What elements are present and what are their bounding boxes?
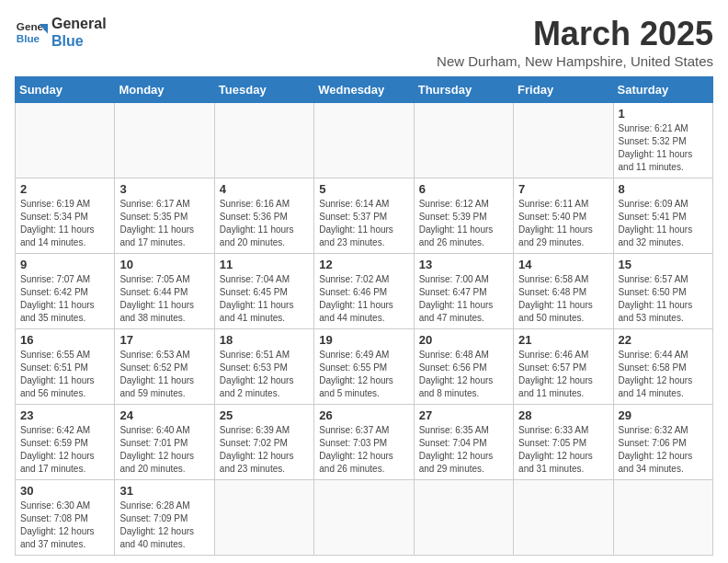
day-info: Sunrise: 6:16 AM Sunset: 5:36 PM Dayligh…: [220, 198, 309, 249]
day-info: Sunrise: 6:48 AM Sunset: 6:56 PM Dayligh…: [419, 349, 508, 400]
day-cell: 12Sunrise: 7:02 AM Sunset: 6:46 PM Dayli…: [314, 254, 414, 329]
day-info: Sunrise: 6:55 AM Sunset: 6:51 PM Dayligh…: [20, 349, 109, 400]
logo-blue: Blue: [51, 32, 107, 50]
day-number: 25: [220, 408, 309, 422]
day-number: 15: [619, 258, 708, 271]
day-cell: 31Sunrise: 6:28 AM Sunset: 7:09 PM Dayli…: [115, 480, 214, 556]
day-info: Sunrise: 6:33 AM Sunset: 7:05 PM Dayligh…: [518, 424, 608, 476]
day-info: Sunrise: 6:40 AM Sunset: 7:01 PM Dayligh…: [119, 424, 209, 476]
day-cell: [314, 103, 414, 178]
location: New Durham, New Hampshire, United States: [437, 53, 713, 69]
day-info: Sunrise: 7:07 AM Sunset: 6:42 PM Dayligh…: [20, 273, 109, 325]
calendar: SundayMondayTuesdayWednesdayThursdayFrid…: [15, 76, 713, 556]
day-cell: 17Sunrise: 6:53 AM Sunset: 6:52 PM Dayli…: [115, 329, 214, 405]
day-number: 1: [619, 107, 708, 121]
day-info: Sunrise: 6:21 AM Sunset: 5:32 PM Dayligh…: [619, 122, 708, 174]
day-cell: [414, 103, 513, 178]
day-number: 11: [220, 258, 309, 271]
day-number: 31: [119, 484, 209, 498]
day-cell: 10Sunrise: 7:05 AM Sunset: 6:44 PM Dayli…: [115, 254, 214, 329]
day-cell: 19Sunrise: 6:49 AM Sunset: 6:55 PM Dayli…: [314, 329, 414, 405]
day-cell: [214, 103, 313, 178]
day-info: Sunrise: 6:35 AM Sunset: 7:04 PM Dayligh…: [419, 424, 508, 476]
day-info: Sunrise: 6:51 AM Sunset: 6:53 PM Dayligh…: [220, 349, 309, 400]
logo: General Blue General Blue: [15, 15, 107, 50]
day-info: Sunrise: 6:44 AM Sunset: 6:58 PM Dayligh…: [619, 349, 708, 400]
weekday-header-row: SundayMondayTuesdayWednesdayThursdayFrid…: [16, 77, 713, 103]
day-cell: 9Sunrise: 7:07 AM Sunset: 6:42 PM Daylig…: [16, 254, 115, 329]
day-number: 27: [419, 408, 508, 422]
day-cell: 14Sunrise: 6:58 AM Sunset: 6:48 PM Dayli…: [514, 254, 613, 329]
week-row-1: 1Sunrise: 6:21 AM Sunset: 5:32 PM Daylig…: [16, 103, 713, 178]
day-number: 6: [419, 182, 508, 196]
day-cell: 22Sunrise: 6:44 AM Sunset: 6:58 PM Dayli…: [613, 329, 712, 405]
day-number: 16: [20, 333, 109, 347]
week-row-5: 23Sunrise: 6:42 AM Sunset: 6:59 PM Dayli…: [16, 405, 713, 480]
day-cell: 15Sunrise: 6:57 AM Sunset: 6:50 PM Dayli…: [613, 254, 712, 329]
week-row-2: 2Sunrise: 6:19 AM Sunset: 5:34 PM Daylig…: [16, 178, 713, 254]
day-cell: [613, 480, 712, 556]
day-cell: 30Sunrise: 6:30 AM Sunset: 7:08 PM Dayli…: [16, 480, 115, 556]
day-info: Sunrise: 6:58 AM Sunset: 6:48 PM Dayligh…: [518, 273, 608, 325]
day-info: Sunrise: 7:04 AM Sunset: 6:45 PM Dayligh…: [220, 273, 309, 325]
day-info: Sunrise: 7:02 AM Sunset: 6:46 PM Dayligh…: [319, 273, 408, 325]
day-number: 21: [518, 333, 608, 347]
day-cell: 3Sunrise: 6:17 AM Sunset: 5:35 PM Daylig…: [115, 178, 214, 254]
day-cell: 29Sunrise: 6:32 AM Sunset: 7:06 PM Dayli…: [613, 405, 712, 480]
day-cell: 24Sunrise: 6:40 AM Sunset: 7:01 PM Dayli…: [115, 405, 214, 480]
weekday-header-monday: Monday: [115, 77, 214, 103]
day-number: 19: [319, 333, 408, 347]
header: General Blue General Blue March 2025 New…: [15, 15, 713, 69]
day-cell: [214, 480, 313, 556]
day-info: Sunrise: 7:00 AM Sunset: 6:47 PM Dayligh…: [419, 273, 508, 325]
weekday-header-wednesday: Wednesday: [314, 77, 414, 103]
day-number: 24: [119, 408, 209, 422]
day-cell: [514, 103, 613, 178]
day-cell: 27Sunrise: 6:35 AM Sunset: 7:04 PM Dayli…: [414, 405, 513, 480]
day-cell: 16Sunrise: 6:55 AM Sunset: 6:51 PM Dayli…: [16, 329, 115, 405]
day-info: Sunrise: 6:14 AM Sunset: 5:37 PM Dayligh…: [319, 198, 408, 249]
day-number: 17: [119, 333, 209, 347]
weekday-header-sunday: Sunday: [16, 77, 115, 103]
day-cell: 18Sunrise: 6:51 AM Sunset: 6:53 PM Dayli…: [214, 329, 313, 405]
weekday-header-tuesday: Tuesday: [214, 77, 313, 103]
day-cell: 5Sunrise: 6:14 AM Sunset: 5:37 PM Daylig…: [314, 178, 414, 254]
day-number: 3: [119, 182, 209, 196]
day-cell: 20Sunrise: 6:48 AM Sunset: 6:56 PM Dayli…: [414, 329, 513, 405]
day-cell: 28Sunrise: 6:33 AM Sunset: 7:05 PM Dayli…: [514, 405, 613, 480]
day-cell: 26Sunrise: 6:37 AM Sunset: 7:03 PM Dayli…: [314, 405, 414, 480]
day-cell: [314, 480, 414, 556]
weekday-header-friday: Friday: [514, 77, 613, 103]
logo-icon: General Blue: [15, 16, 48, 49]
day-info: Sunrise: 6:49 AM Sunset: 6:55 PM Dayligh…: [319, 349, 408, 400]
title-area: March 2025 New Durham, New Hampshire, Un…: [437, 15, 713, 69]
day-cell: 6Sunrise: 6:12 AM Sunset: 5:39 PM Daylig…: [414, 178, 513, 254]
day-cell: 7Sunrise: 6:11 AM Sunset: 5:40 PM Daylig…: [514, 178, 613, 254]
day-info: Sunrise: 6:32 AM Sunset: 7:06 PM Dayligh…: [619, 424, 708, 476]
day-number: 4: [220, 182, 309, 196]
week-row-4: 16Sunrise: 6:55 AM Sunset: 6:51 PM Dayli…: [16, 329, 713, 405]
day-info: Sunrise: 7:05 AM Sunset: 6:44 PM Dayligh…: [119, 273, 209, 325]
day-cell: 2Sunrise: 6:19 AM Sunset: 5:34 PM Daylig…: [16, 178, 115, 254]
day-number: 23: [20, 408, 109, 422]
day-info: Sunrise: 6:57 AM Sunset: 6:50 PM Dayligh…: [619, 273, 708, 325]
day-number: 14: [518, 258, 608, 271]
day-cell: [115, 103, 214, 178]
day-number: 28: [518, 408, 608, 422]
day-cell: 23Sunrise: 6:42 AM Sunset: 6:59 PM Dayli…: [16, 405, 115, 480]
day-number: 8: [619, 182, 708, 196]
day-info: Sunrise: 6:42 AM Sunset: 6:59 PM Dayligh…: [20, 424, 109, 476]
weekday-header-thursday: Thursday: [414, 77, 513, 103]
day-cell: 13Sunrise: 7:00 AM Sunset: 6:47 PM Dayli…: [414, 254, 513, 329]
day-info: Sunrise: 6:30 AM Sunset: 7:08 PM Dayligh…: [20, 500, 109, 551]
week-row-3: 9Sunrise: 7:07 AM Sunset: 6:42 PM Daylig…: [16, 254, 713, 329]
day-info: Sunrise: 6:37 AM Sunset: 7:03 PM Dayligh…: [319, 424, 408, 476]
day-cell: 21Sunrise: 6:46 AM Sunset: 6:57 PM Dayli…: [514, 329, 613, 405]
day-number: 9: [20, 258, 109, 271]
day-number: 20: [419, 333, 508, 347]
day-cell: 1Sunrise: 6:21 AM Sunset: 5:32 PM Daylig…: [613, 103, 712, 178]
day-cell: [16, 103, 115, 178]
day-number: 5: [319, 182, 408, 196]
day-info: Sunrise: 6:53 AM Sunset: 6:52 PM Dayligh…: [119, 349, 209, 400]
day-info: Sunrise: 6:12 AM Sunset: 5:39 PM Dayligh…: [419, 198, 508, 249]
